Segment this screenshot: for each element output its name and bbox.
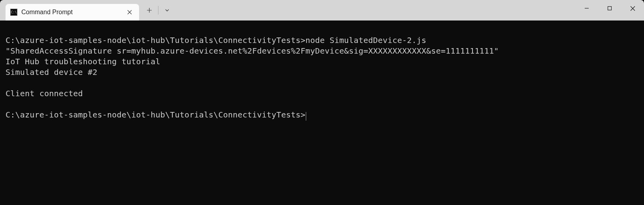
close-icon — [630, 6, 635, 11]
minimize-icon — [584, 6, 589, 11]
close-tab-button[interactable] — [125, 7, 134, 17]
terminal-line — [6, 24, 638, 35]
title-bar: C:\ Command Prompt — [0, 0, 644, 20]
close-window-button[interactable] — [621, 0, 644, 17]
tab-dropdown-button[interactable] — [159, 3, 175, 18]
terminal-output[interactable]: C:\azure-iot-samples-node\iot-hub\Tutori… — [0, 20, 644, 205]
maximize-icon — [607, 6, 612, 11]
chevron-down-icon — [165, 8, 169, 13]
terminal-line: C:\azure-iot-samples-node\iot-hub\Tutori… — [6, 35, 638, 46]
minimize-button[interactable] — [575, 0, 598, 17]
terminal-line — [6, 78, 638, 88]
cursor — [306, 112, 307, 121]
close-icon — [127, 10, 132, 15]
tabs-area: C:\ Command Prompt — [0, 0, 175, 20]
maximize-button[interactable] — [598, 0, 621, 17]
plus-icon — [147, 7, 152, 13]
terminal-line: "SharedAccessSignature sr=myhub.azure-de… — [6, 46, 638, 56]
terminal-line: Client connected — [6, 88, 638, 99]
terminal-prompt: C:\azure-iot-samples-node\iot-hub\Tutori… — [6, 110, 305, 119]
terminal-line — [6, 99, 638, 110]
tab-actions — [141, 0, 175, 20]
tab-command-prompt[interactable]: C:\ Command Prompt — [6, 4, 139, 20]
terminal-line: IoT Hub troubleshooting tutorial — [6, 56, 638, 67]
new-tab-button[interactable] — [141, 3, 157, 18]
terminal-icon: C:\ — [10, 9, 17, 16]
tab-divider — [158, 6, 158, 15]
terminal-line: Simulated device #2 — [6, 67, 638, 78]
tab-title: Command Prompt — [21, 9, 125, 16]
window-controls — [575, 0, 644, 17]
svg-rect-0 — [608, 7, 612, 10]
